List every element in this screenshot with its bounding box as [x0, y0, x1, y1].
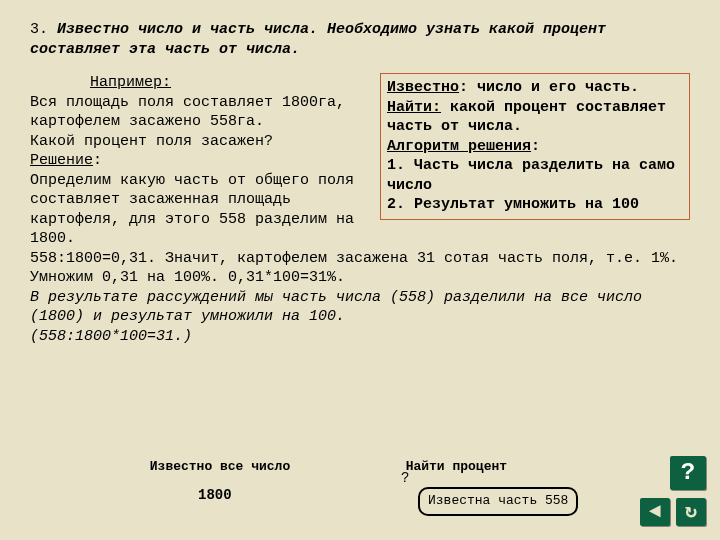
label-find-percent: Найти процент	[406, 459, 507, 476]
triangle-left-icon: ◄	[649, 499, 661, 525]
body-p5: В результате рассуждений мы часть числа …	[30, 289, 642, 326]
content: Известно: число и его часть. Найти: како…	[30, 73, 690, 346]
annotation-row: Известно все число Найти процент	[120, 459, 507, 476]
solution-label: Решение	[30, 152, 93, 169]
known-line-3: Алгоритм решения:	[387, 137, 683, 157]
known-line-1: Известно: число и его часть.	[387, 78, 683, 98]
body-p4: 558:1800=0,31. Значит, картофелем засаже…	[30, 250, 678, 287]
algo-step-2: 2. Результат умножить на 100	[387, 195, 683, 215]
task-text: Известно число и часть числа. Необходимо…	[30, 21, 606, 58]
task-title: 3. Известно число и часть числа. Необход…	[30, 20, 690, 59]
algo-step-1: 1. Часть числа разделить на само число	[387, 156, 683, 195]
nav-bar: ◄ ↻	[640, 498, 706, 526]
help-button[interactable]: ?	[670, 456, 706, 490]
back-button[interactable]: ◄	[640, 498, 670, 526]
body-p1: Вся площадь поля составляет 1800га, карт…	[30, 94, 345, 131]
example-label: Например:	[90, 74, 171, 91]
known-line-2: Найти: какой процент составляет часть от…	[387, 98, 683, 137]
task-number: 3.	[30, 21, 48, 38]
return-button[interactable]: ↻	[676, 498, 706, 526]
body-p3: Определим какую часть от общего поля сос…	[30, 172, 354, 248]
return-icon: ↻	[685, 499, 697, 525]
known-part-box: Известна часть 558	[418, 487, 578, 516]
body-p2: Какой процент поля засажен?	[30, 133, 273, 150]
question-mark: ?	[401, 469, 409, 487]
value-1800: 1800	[198, 486, 232, 504]
label-all-number: Известно все число	[120, 459, 320, 476]
known-box: Известно: число и его часть. Найти: како…	[380, 73, 690, 220]
body-p6: (558:1800*100=31.)	[30, 328, 192, 345]
question-icon: ?	[681, 457, 695, 488]
